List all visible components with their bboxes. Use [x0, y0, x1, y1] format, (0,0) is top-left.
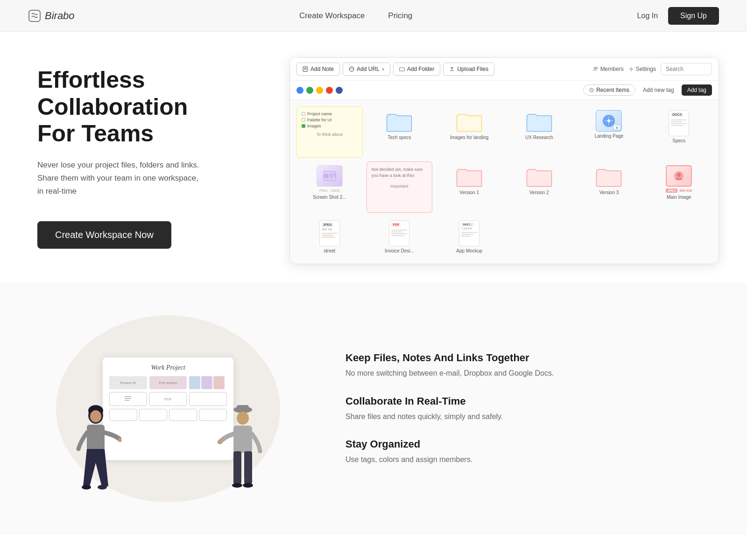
folder-blue-icon: [386, 111, 412, 133]
img-landing-page[interactable]: 🖱 Landing Page: [576, 106, 642, 158]
feature-desc-1: No more switching between e-mail, Dropbo…: [345, 368, 710, 379]
section2: Work Project Review Vit Pick revision PD…: [0, 283, 747, 535]
img-main-image[interactable]: JPEG 553 KB Main Image: [646, 161, 712, 213]
hero-section: Effortless Collaboration For Teams Never…: [0, 32, 747, 283]
add-folder-button[interactable]: Add Folder: [393, 63, 441, 76]
file-specs[interactable]: DOCX Specs: [646, 106, 712, 158]
add-url-button[interactable]: Add URL ▾: [343, 63, 390, 76]
tag-dot-blue[interactable]: [296, 87, 303, 94]
file-app-mockup[interactable]: SKET... CAD64 App Mockup: [436, 217, 502, 257]
add-tag-button[interactable]: Add tag: [682, 84, 712, 96]
search-input[interactable]: [661, 63, 712, 75]
login-button[interactable]: Log In: [637, 12, 658, 20]
feature-title-2: Collaborate In Real-Time: [345, 395, 710, 407]
svg-rect-21: [87, 425, 105, 450]
svg-point-32: [243, 483, 253, 488]
folder-yellow-icon: [456, 111, 482, 133]
tag-dot-dark-blue[interactable]: [336, 87, 343, 94]
add-note-button[interactable]: Add Note: [296, 63, 340, 76]
note-label: To think about: [302, 132, 358, 137]
signup-button[interactable]: Sign Up: [668, 7, 719, 25]
svg-rect-30: [244, 451, 252, 484]
nav-links: Create Workspace Pricing: [299, 11, 412, 21]
nav-pricing[interactable]: Pricing: [388, 11, 412, 21]
tag-dot-green[interactable]: [306, 87, 313, 94]
folder-blue2-icon: [526, 111, 552, 133]
folder-ux-research[interactable]: UX Research: [506, 106, 572, 158]
svg-point-33: [218, 440, 222, 444]
svg-point-31: [232, 483, 242, 488]
tag-dot-yellow[interactable]: [316, 87, 323, 94]
hero-text: Effortless Collaboration For Teams Never…: [37, 57, 261, 249]
settings-button[interactable]: Settings: [628, 66, 656, 72]
url-icon: [349, 66, 354, 72]
members-icon: [593, 66, 599, 72]
folder-red-icon: [456, 166, 482, 188]
folder-name: Version 3: [599, 190, 619, 195]
folder-red3-icon: [596, 166, 622, 188]
folder-version3[interactable]: Version 3: [576, 161, 642, 213]
logo-text: Birabo: [45, 10, 75, 22]
file-label: Specs: [672, 138, 685, 143]
folder-name: Images for landing: [450, 135, 488, 140]
workspace-preview: Add Note Add URL ▾ Add Folder Upload Fil…: [289, 57, 719, 264]
feature-item-2: Collaborate In Real-Time Share files and…: [345, 395, 710, 423]
feature-title-1: Keep Files, Notes And Links Together: [345, 352, 710, 364]
folder-icon: [399, 66, 405, 72]
svg-rect-0: [29, 10, 40, 21]
svg-point-20: [90, 410, 101, 422]
feature-desc-3: Use tags, colors and assign members.: [345, 454, 710, 466]
svg-point-14: [677, 173, 681, 177]
settings-icon: [628, 66, 634, 72]
svg-point-5: [594, 67, 596, 69]
upload-icon: [449, 66, 455, 72]
folder-red2-icon: [526, 166, 552, 188]
svg-point-12: [324, 174, 329, 178]
svg-point-6: [596, 67, 598, 69]
cta-button[interactable]: Create Workspace Now: [37, 221, 171, 249]
feature-item-3: Stay Organized Use tags, colors and assi…: [345, 438, 710, 466]
upload-files-button[interactable]: Upload Files: [443, 63, 494, 76]
svg-rect-28: [233, 426, 252, 453]
nav-create-workspace[interactable]: Create Workspace: [299, 11, 365, 21]
logo-icon: [28, 9, 41, 22]
illustration: Work Project Review Vit Pick revision PD…: [37, 315, 299, 502]
logo[interactable]: Birabo: [28, 9, 75, 22]
ws-toolbar: Add Note Add URL ▾ Add Folder Upload Fil…: [290, 58, 719, 81]
members-button[interactable]: Members: [593, 66, 624, 72]
feature-item-1: Keep Files, Notes And Links Together No …: [345, 352, 710, 379]
ws-tags-row: Recent Items Add new tag Add tag: [290, 81, 719, 100]
file-label: Invoice Desi...: [385, 248, 414, 253]
img-label: Main Image: [667, 195, 691, 200]
note-to-think-about[interactable]: Project name Palette for UI Images To th…: [296, 106, 363, 158]
folder-name: Tech specs: [388, 135, 411, 140]
folder-version1[interactable]: Version 1: [436, 161, 502, 213]
folder-tech-specs[interactable]: Tech specs: [366, 106, 433, 158]
svg-rect-26: [237, 405, 249, 413]
add-new-tag-button[interactable]: Add new tag: [639, 85, 678, 95]
recent-items-button[interactable]: Recent Items: [583, 84, 635, 96]
folder-name: UX Research: [525, 135, 553, 140]
svg-point-22: [82, 485, 91, 490]
file-invoice[interactable]: PDF Invoice Desi...: [366, 217, 433, 257]
tag-dot-red[interactable]: [326, 87, 333, 94]
note-icon: [303, 66, 308, 72]
file-label: App Mockup: [456, 248, 482, 253]
img-screenshot[interactable]: PNG · 23KB Screen Shot 2...: [296, 161, 363, 213]
folder-version2[interactable]: Version 2: [506, 161, 572, 213]
file-street[interactable]: JPEG 360 KB street: [296, 217, 363, 257]
svg-rect-29: [233, 451, 241, 484]
file-label: street: [324, 248, 335, 253]
note-label: Important: [372, 184, 428, 189]
folder-name: Version 1: [459, 190, 479, 195]
note-important[interactable]: Not decided yet, make sure you have a lo…: [366, 161, 433, 213]
folder-name: Version 2: [529, 190, 549, 195]
folder-images-landing[interactable]: Images for landing: [436, 106, 502, 158]
hero-title: Effortless Collaboration For Teams: [37, 67, 261, 147]
svg-point-27: [237, 412, 249, 425]
clock-icon: [589, 88, 594, 92]
navigation: Birabo Create Workspace Pricing Log In S…: [0, 0, 747, 32]
img-label: Landing Page: [595, 133, 624, 139]
ws-items-grid: Project name Palette for UI Images To th…: [290, 100, 719, 264]
feature-desc-2: Share files and notes quickly, simply an…: [345, 411, 710, 423]
